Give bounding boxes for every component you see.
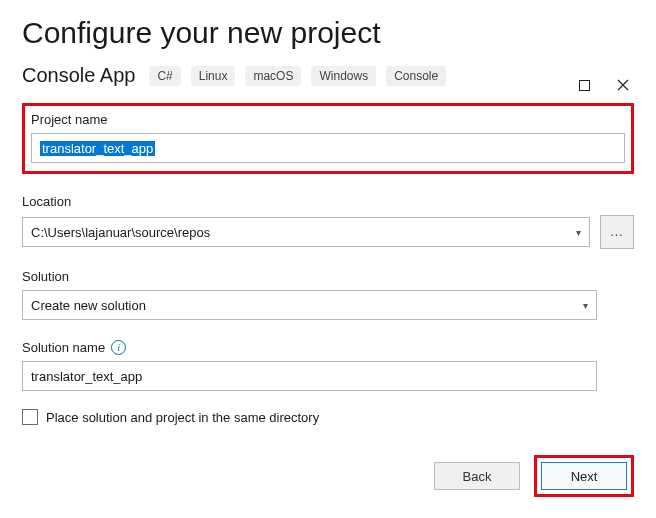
tag-console: Console: [386, 66, 446, 86]
project-name-highlight: Project name translator_text_app: [22, 103, 634, 174]
maximize-icon[interactable]: [579, 80, 590, 91]
solution-dropdown[interactable]: Create new solution ▾: [22, 290, 597, 320]
next-button-highlight: Next: [534, 455, 634, 497]
project-name-label: Project name: [31, 112, 625, 127]
template-header: Console App C# Linux macOS Windows Conso…: [22, 64, 634, 87]
solution-label: Solution: [22, 269, 634, 284]
tag-csharp: C#: [149, 66, 180, 86]
tag-windows: Windows: [311, 66, 376, 86]
chevron-down-icon: ▾: [583, 300, 588, 311]
close-icon[interactable]: [616, 78, 630, 92]
browse-button[interactable]: ...: [600, 215, 634, 249]
project-name-input[interactable]: translator_text_app: [31, 133, 625, 163]
solution-name-input[interactable]: translator_text_app: [22, 361, 597, 391]
same-directory-label: Place solution and project in the same d…: [46, 410, 319, 425]
tag-linux: Linux: [191, 66, 236, 86]
info-icon[interactable]: i: [111, 340, 126, 355]
solution-value: Create new solution: [31, 298, 146, 313]
location-input[interactable]: C:\Users\lajanuar\source\repos ▾: [22, 217, 590, 247]
location-value: C:\Users\lajanuar\source\repos: [31, 225, 210, 240]
solution-name-label: Solution name: [22, 340, 105, 355]
back-button[interactable]: Back: [434, 462, 520, 490]
project-name-value: translator_text_app: [40, 141, 155, 156]
chevron-down-icon: ▾: [576, 227, 581, 238]
page-title: Configure your new project: [22, 16, 634, 50]
same-directory-checkbox[interactable]: [22, 409, 38, 425]
next-button[interactable]: Next: [541, 462, 627, 490]
location-label: Location: [22, 194, 634, 209]
template-name: Console App: [22, 64, 135, 87]
tag-macos: macOS: [245, 66, 301, 86]
solution-name-value: translator_text_app: [31, 369, 142, 384]
